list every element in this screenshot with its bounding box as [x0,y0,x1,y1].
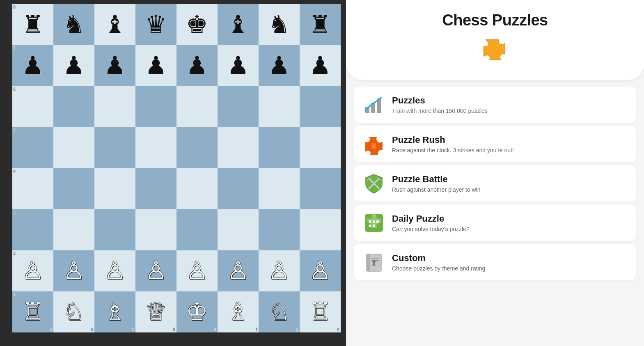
rank-label-7: 7 [13,46,16,50]
piece-7c: ♟ [104,53,126,78]
piece-2e: ♙ [186,259,208,283]
cell-8a[interactable]: ♜8 [12,4,53,45]
cell-7e[interactable]: ♟ [176,45,218,86]
cell-7h[interactable]: ♟ [300,45,341,86]
cell-4g[interactable] [259,168,300,209]
piece-8g: ♞ [268,12,290,37]
cell-3g[interactable] [259,209,300,250]
piece-2a: ♙ [22,259,44,283]
cell-5d[interactable] [135,127,176,168]
cell-2d[interactable]: ♙ [135,250,176,291]
cell-6d[interactable] [135,86,176,127]
cell-3d[interactable] [135,209,176,250]
cell-3f[interactable] [218,209,259,250]
rank-label-2: 2 [13,251,16,256]
daily-puzzle-icon [363,212,385,234]
puzzles-icon [363,94,385,115]
cell-7b[interactable]: ♟ [53,45,94,86]
cell-6f[interactable] [218,86,259,127]
cell-3h[interactable] [300,209,341,250]
cell-8d[interactable]: ♛ [135,4,176,45]
cell-2e[interactable]: ♙ [176,250,218,291]
cell-1c[interactable]: ♗c [94,291,135,332]
cell-4e[interactable] [176,168,218,209]
menu-list: Puzzles Train with more than 150,000 puz… [346,87,644,289]
cell-8e[interactable]: ♚ [176,4,218,45]
cell-2a[interactable]: ♙2 [12,250,53,291]
cell-3e[interactable] [176,209,218,250]
cell-2f[interactable]: ♙ [218,250,259,291]
cell-2h[interactable]: ♙ [300,250,341,291]
cell-4a[interactable]: 4 [12,168,53,209]
cell-3a[interactable]: 3 [12,209,53,250]
cell-4b[interactable] [53,168,94,209]
cell-4c[interactable] [94,168,135,209]
cell-6e[interactable] [176,86,218,127]
piece-1c: ♗ [104,300,126,324]
cell-5b[interactable] [53,127,94,168]
piece-1d: ♕ [145,300,167,324]
custom-desc: Choose puzzles by theme and rating [392,265,485,272]
menu-item-puzzles[interactable]: Puzzles Train with more than 150,000 puz… [354,87,636,123]
chess-board[interactable]: ♜8♞♝♛♚♝♞♜♟7♟♟♟♟♟♟♟6543♙2♙♙♙♙♙♙♙♖1a♘b♗c♕d… [12,4,341,332]
menu-item-puzzle-battle[interactable]: Puzzle Battle Rush against another playe… [354,165,636,202]
cell-4f[interactable] [218,168,259,209]
file-label-f: f [256,327,257,332]
cell-1h[interactable]: ♖h [300,291,341,332]
custom-text: Custom Choose puzzles by theme and ratin… [392,253,485,271]
cell-1e[interactable]: ♔e [176,291,218,332]
cell-5g[interactable] [259,127,300,168]
cell-5c[interactable] [94,127,135,168]
cell-1g[interactable]: ♘g [259,291,300,332]
cell-8f[interactable]: ♝ [218,4,259,45]
custom-title: Custom [392,253,485,264]
cell-7a[interactable]: ♟7 [12,45,53,86]
cell-6a[interactable]: 6 [12,86,53,127]
cell-5f[interactable] [218,127,259,168]
cell-2c[interactable]: ♙ [94,250,135,291]
cell-5e[interactable] [176,127,218,168]
cell-3c[interactable] [94,209,135,250]
cell-2b[interactable]: ♙ [53,250,94,291]
menu-item-puzzle-rush[interactable]: Puzzle Rush Race against the clock. 3 st… [354,126,636,162]
cell-7c[interactable]: ♟ [94,45,135,86]
cell-6h[interactable] [300,86,341,127]
piece-2b: ♙ [63,259,85,283]
custom-icon [363,252,385,273]
cell-6c[interactable] [94,86,135,127]
gear-button[interactable]: ⚙ [329,6,340,17]
cell-8b[interactable]: ♞ [53,4,94,45]
cell-4d[interactable] [135,168,176,209]
piece-1g: ♘ [268,300,290,324]
menu-item-custom[interactable]: Custom Choose puzzles by theme and ratin… [354,244,636,280]
rank-label-4: 4 [13,169,16,174]
cell-1f[interactable]: ♗f [218,291,259,332]
file-label-h: h [337,327,339,332]
menu-item-daily-puzzle[interactable]: Daily Puzzle Can you solve today's puzzl… [354,205,636,241]
cell-1b[interactable]: ♘b [53,291,94,332]
piece-8b: ♞ [63,12,85,37]
cell-1a[interactable]: ♖1a [12,291,53,332]
cell-8c[interactable]: ♝ [94,4,135,45]
cell-2g[interactable]: ♙ [259,250,300,291]
puzzle-rush-title: Puzzle Rush [392,135,514,145]
piece-2f: ♙ [227,259,249,283]
cell-7f[interactable]: ♟ [218,45,259,86]
cell-6b[interactable] [53,86,94,127]
cell-4h[interactable] [300,168,341,209]
cell-5a[interactable]: 5 [12,127,53,168]
cell-5h[interactable] [300,127,341,168]
cell-6g[interactable] [259,86,300,127]
rank-label-1: 1 [13,292,16,297]
panel-title: Chess Puzzles [362,11,628,29]
piece-2g: ♙ [268,259,290,283]
cell-7d[interactable]: ♟ [135,45,176,86]
rank-label-8: 8 [13,5,16,9]
cell-7g[interactable]: ♟ [259,45,300,86]
cell-8g[interactable]: ♞ [259,4,300,45]
cell-1d[interactable]: ♕d [135,291,176,332]
daily-puzzle-text: Daily Puzzle Can you solve today's puzzl… [392,213,470,232]
cell-3b[interactable] [53,209,94,250]
piece-1e: ♔ [186,300,208,324]
file-label-c: c [132,327,134,332]
